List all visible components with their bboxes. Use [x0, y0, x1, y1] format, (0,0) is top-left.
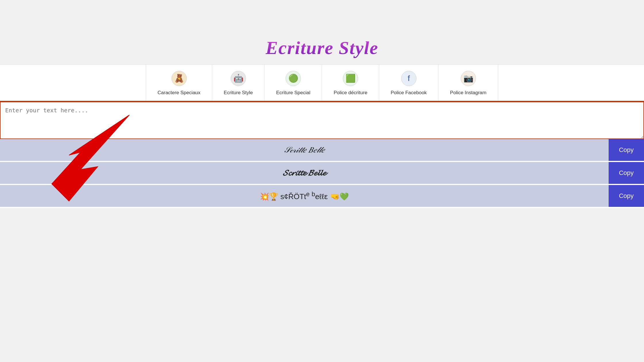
nav-label-2: Ecriture Style [224, 90, 253, 96]
nav-item-police-decriture[interactable]: 🟩 Police décriture [322, 65, 379, 101]
nav-bar: 🧸 Caractere Speciaux 🤖 Ecriture Style 🟢 [0, 64, 644, 102]
result-content-3: 💥🏆 s¢ŘÖTte beℓℓɛ 🤜💚 [260, 192, 349, 201]
copy-button-3[interactable]: Copy [609, 185, 644, 207]
nav-icon-svg-2: 🤖 [231, 71, 246, 86]
svg-text:🧸: 🧸 [174, 74, 184, 83]
nav-label-3: Ecriture Special [276, 90, 310, 96]
result-content-1: 𝒮𝒸𝓇𝒾𝓉𝓉𝑒 𝐵𝑒𝓁𝓁𝑒 [284, 145, 325, 154]
nav-label-4: Police décriture [334, 90, 367, 96]
result-row-1: 𝒮𝒸𝓇𝒾𝓉𝓉𝑒 𝐵𝑒𝓁𝓁𝑒 Copy [0, 139, 644, 162]
results-section: 𝒮𝒸𝓇𝒾𝓉𝓉𝑒 𝐵𝑒𝓁𝓁𝑒 Copy 𝓢𝓬𝓻𝓲𝓽𝓽𝓮 𝓑𝓮𝓵𝓵𝓮 Copy 💥🏆… [0, 139, 644, 208]
result-text-1: 𝒮𝒸𝓇𝒾𝓉𝓉𝑒 𝐵𝑒𝓁𝓁𝑒 [0, 141, 609, 159]
result-row-3: 💥🏆 s¢ŘÖTte beℓℓɛ 🤜💚 Copy [0, 185, 644, 208]
result-text-2: 𝓢𝓬𝓻𝓲𝓽𝓽𝓮 𝓑𝓮𝓵𝓵𝓮 [0, 164, 609, 182]
site-title: Ecriture Style [266, 37, 378, 59]
top-spacer [0, 0, 644, 34]
copy-button-2[interactable]: Copy [609, 162, 644, 184]
nav-item-ecriture-style[interactable]: 🤖 Ecriture Style [212, 65, 264, 101]
police-facebook-icon: f [400, 70, 417, 87]
page-wrapper: Ecriture Style 🧸 Caractere Speciaux 🤖 Ec… [0, 0, 644, 208]
svg-text:🟢: 🟢 [288, 74, 298, 83]
police-decriture-icon: 🟩 [342, 70, 359, 87]
nav-icon-svg-3: 🟢 [285, 71, 301, 86]
copy-button-1[interactable]: Copy [609, 139, 644, 161]
result-content-2: 𝓢𝓬𝓻𝓲𝓽𝓽𝓮 𝓑𝓮𝓵𝓵𝓮 [283, 168, 326, 177]
svg-text:f: f [408, 74, 410, 83]
result-row-2: 𝓢𝓬𝓻𝓲𝓽𝓽𝓮 𝓑𝓮𝓵𝓵𝓮 Copy [0, 162, 644, 185]
nav-item-caracteres-speciaux[interactable]: 🧸 Caractere Speciaux [146, 65, 212, 101]
ecriture-special-icon: 🟢 [285, 70, 302, 87]
svg-text:🤖: 🤖 [233, 74, 243, 83]
svg-text:🟩: 🟩 [346, 74, 356, 83]
nav-icon-svg-1: 🧸 [171, 71, 187, 86]
police-instagram-icon: 📷 [460, 70, 477, 87]
nav-label-1: Caractere Speciaux [158, 90, 200, 96]
result-text-3: 💥🏆 s¢ŘÖTte beℓℓɛ 🤜💚 [0, 186, 609, 206]
ecriture-style-icon: 🤖 [230, 70, 247, 87]
caracteres-speciaux-icon: 🧸 [170, 70, 188, 87]
nav-label-6: Police Instagram [450, 90, 486, 96]
site-title-area: Ecriture Style [0, 34, 644, 64]
text-input[interactable] [0, 102, 644, 139]
nav-label-5: Police Facebook [391, 90, 427, 96]
svg-text:📷: 📷 [463, 74, 473, 83]
nav-icon-svg-6: 📷 [461, 71, 476, 86]
nav-item-police-instagram[interactable]: 📷 Police Instagram [438, 65, 498, 101]
nav-icon-svg-4: 🟩 [343, 71, 358, 86]
nav-item-ecriture-special[interactable]: 🟢 Ecriture Special [264, 65, 322, 101]
nav-icon-svg-5: f [401, 71, 417, 86]
nav-item-police-facebook[interactable]: f Police Facebook [379, 65, 439, 101]
